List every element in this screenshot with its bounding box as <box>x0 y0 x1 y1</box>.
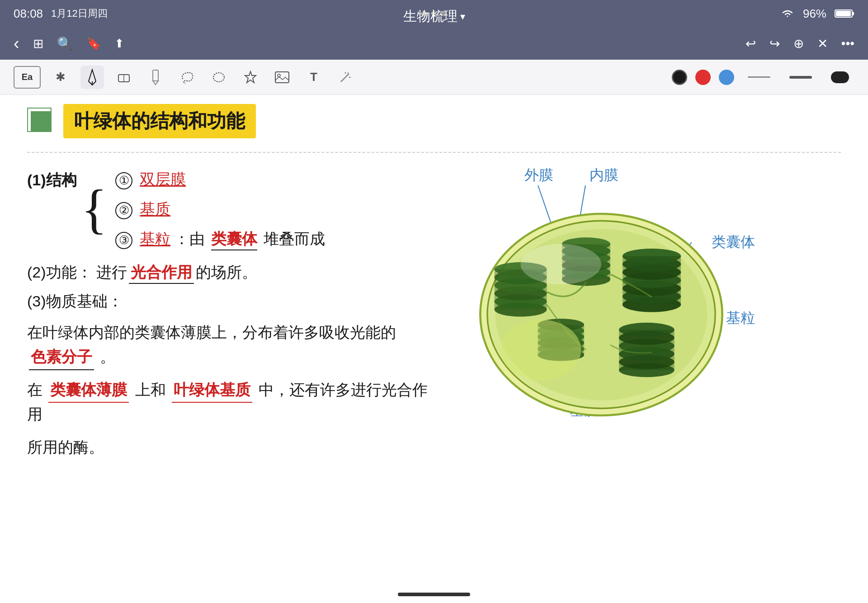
add-page-button[interactable]: ⊕ <box>793 36 804 51</box>
nav-bar: ‹ ⊞ 🔍 🔖 ⬆ 生物梳理 ▾ ↩ ↪ ⊕ ✕ ••• <box>0 27 868 60</box>
label-inner-membrane: 内膜 <box>590 165 618 185</box>
function-row: (2)功能： 进行 光合作用 的场所。 <box>27 262 434 283</box>
color-black-button[interactable] <box>672 70 687 85</box>
text-tool-button[interactable]: T <box>302 66 326 89</box>
svg-line-13 <box>341 74 349 82</box>
structure-layout: (1)结构 { ① 双层膜 ② 基质 <box>27 165 434 253</box>
drawing-toolbar: Ea ✱ <box>0 60 868 95</box>
title-box: 叶绿体的结构和功能 <box>63 104 256 138</box>
paragraph-3: 所用的酶。 <box>27 435 434 459</box>
matter-label: (3)物质基础： <box>27 292 123 310</box>
doc-title: 生物梳理 ▾ <box>403 7 465 26</box>
star-icon <box>243 70 258 85</box>
pencil-icon <box>149 69 162 85</box>
circle-num-2: ② <box>115 202 132 219</box>
stroke-thick-button[interactable] <box>826 68 854 87</box>
color-red-button[interactable] <box>695 70 711 85</box>
structure-item-1: ① 双层膜 <box>115 169 325 190</box>
share-button[interactable]: ⬆ <box>114 37 124 51</box>
stroke-thick-shape <box>831 71 849 83</box>
paragraph-1: 在叶绿体内部的类囊体薄膜上，分布着许多吸收光能的 色素分子 。 <box>27 320 434 369</box>
page-title: 叶绿体的结构和功能 <box>74 110 245 132</box>
svg-rect-2 <box>836 11 851 16</box>
circle-num-3: ③ <box>115 232 132 249</box>
redo-button[interactable]: ↪ <box>769 36 780 51</box>
para2-text2: 上和 <box>135 381 166 398</box>
function-fill: 光合作用 <box>131 264 192 281</box>
svg-point-61 <box>500 320 581 380</box>
structure-item-2: ② 基质 <box>115 199 325 220</box>
content-area: 叶绿体的结构和功能 (1)结构 { ① 双层膜 <box>0 95 868 603</box>
para2-fill2: 叶绿体基质 <box>174 381 250 398</box>
svg-marker-8 <box>153 81 158 85</box>
diagram-area: 外膜 内膜 类囊体 基粒 基质 <box>452 165 760 467</box>
para2-blank2: 叶绿体基质 <box>172 377 252 402</box>
time: 08:08 <box>14 7 43 21</box>
svg-rect-11 <box>275 72 289 83</box>
function-label: (2)功能： 进行 <box>27 262 127 283</box>
main-content: (1)结构 { ① 双层膜 ② 基质 <box>27 165 841 467</box>
function-blank: 光合作用 <box>129 262 194 283</box>
undo-button[interactable]: ↩ <box>745 36 756 51</box>
top-labels: 外膜 内膜 <box>524 165 618 185</box>
brace-symbol: { <box>81 165 108 253</box>
battery-icon <box>835 9 854 19</box>
more-button[interactable]: ••• <box>841 36 854 51</box>
image-tool-button[interactable] <box>270 66 294 89</box>
magic-icon <box>338 70 353 85</box>
date: 1月12日周四 <box>51 7 108 20</box>
grid-button[interactable]: ⊞ <box>33 36 43 51</box>
pen-tool-button[interactable] <box>80 66 104 89</box>
search-button[interactable]: 🔍 <box>57 36 73 51</box>
structure-label: (1)结构 <box>27 165 77 253</box>
item1-text: 双层膜 <box>140 169 186 190</box>
matter-row: (3)物质基础： <box>27 291 434 312</box>
item3-fill: 类囊体 <box>211 230 257 247</box>
battery-text: 96% <box>803 7 826 21</box>
wifi-icon <box>780 8 795 19</box>
para1-text1: 在叶绿体内部的类囊体薄膜上，分布着许多吸收光能的 <box>27 324 396 341</box>
recognize-button[interactable]: Ea <box>14 66 41 89</box>
pencil-tool-button[interactable] <box>144 66 167 89</box>
eraser-icon <box>117 70 131 85</box>
color-blue-button[interactable] <box>719 70 734 85</box>
image-icon <box>274 71 290 84</box>
green-square-icon <box>27 108 54 135</box>
status-left: 08:08 1月12日周四 <box>14 7 108 21</box>
eraser-tool-button[interactable] <box>112 66 136 89</box>
star-tool-button[interactable] <box>239 66 262 89</box>
close-button[interactable]: ✕ <box>817 36 828 51</box>
item2-text: 基质 <box>140 199 170 220</box>
back-button[interactable]: ‹ <box>14 34 19 53</box>
svg-rect-7 <box>153 70 158 81</box>
svg-rect-46 <box>623 256 681 305</box>
shape-icon <box>212 70 226 85</box>
pen-icon <box>86 69 99 86</box>
circle-num-1: ① <box>115 172 132 189</box>
stroke-thin-button[interactable] <box>742 73 776 81</box>
svg-rect-53 <box>619 330 675 370</box>
status-right: 96% <box>780 7 854 21</box>
dropdown-icon: ▾ <box>460 11 465 23</box>
svg-marker-10 <box>245 71 256 83</box>
stroke-medium-line <box>789 76 812 79</box>
function-suffix: 的场所。 <box>196 262 257 283</box>
magic-tool-button[interactable] <box>334 66 357 89</box>
lasso-tool-button[interactable] <box>175 66 199 89</box>
para2-fill1: 类囊体薄膜 <box>50 381 127 398</box>
structure-item-3: ③ 基粒 ：由 类囊体 堆叠而成 <box>115 229 325 250</box>
svg-point-62 <box>521 244 601 284</box>
shape-tool-button[interactable] <box>207 66 231 89</box>
svg-point-9 <box>213 73 224 82</box>
lasso-icon <box>179 70 195 85</box>
svg-rect-1 <box>852 12 854 15</box>
stroke-medium-button[interactable] <box>784 72 817 82</box>
label-outer-membrane: 外膜 <box>524 165 553 185</box>
bookmark-button[interactable]: 🔖 <box>86 37 101 51</box>
para1-blank: 色素分子 <box>29 344 94 369</box>
para1-text2: 。 <box>100 348 115 365</box>
para2-text1: 在 <box>27 381 42 398</box>
left-content: (1)结构 { ① 双层膜 ② 基质 <box>27 165 434 467</box>
svg-line-16 <box>347 72 349 74</box>
home-indicator <box>398 593 470 596</box>
